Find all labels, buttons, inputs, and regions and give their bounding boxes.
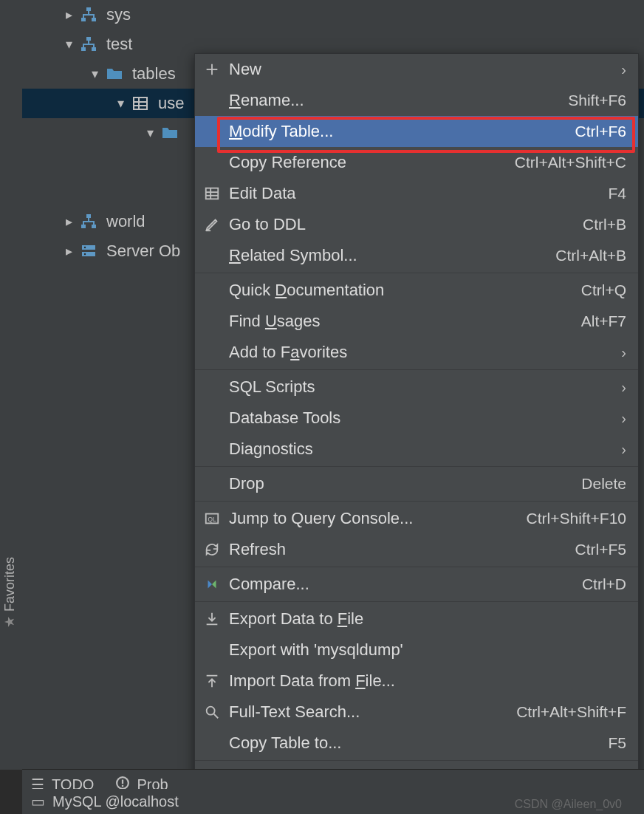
menu-separator: [195, 369, 638, 370]
chevron-icon[interactable]: ▸: [59, 7, 78, 23]
chevron-icon[interactable]: ▾: [140, 125, 160, 141]
svg-rect-4: [81, 47, 86, 51]
pencil-icon: [199, 213, 225, 236]
menu-item-shortcut: Ctrl+B: [583, 216, 626, 233]
menu-item[interactable]: Compare...Ctrl+D: [195, 569, 638, 600]
menu-item[interactable]: DropDelete: [195, 468, 638, 499]
sidebar-tab-favorites[interactable]: ★Favorites: [1, 557, 18, 628]
menu-icon-empty: [199, 120, 225, 143]
chevron-icon[interactable]: ▾: [111, 95, 130, 112]
menu-item[interactable]: Go to DDLCtrl+B: [195, 209, 638, 240]
menu-item-label: Edit Data: [229, 184, 608, 203]
menu-item-label: Related Symbol...: [229, 246, 555, 265]
svg-text:QL: QL: [208, 516, 216, 523]
chevron-right-icon: ›: [621, 441, 626, 458]
menu-item[interactable]: Diagnostics›: [195, 434, 638, 465]
chevron-right-icon: ›: [621, 410, 626, 427]
menu-item-shortcut: F5: [608, 734, 626, 752]
menu-item-shortcut: Ctrl+Q: [581, 281, 626, 299]
menu-item[interactable]: RefreshCtrl+F5: [195, 534, 638, 565]
menu-item-label: Copy Table to...: [229, 733, 608, 753]
menu-item[interactable]: Rename...Shift+F6: [195, 85, 638, 116]
svg-point-36: [207, 707, 215, 715]
menu-item[interactable]: Export with 'mysqldump': [195, 635, 638, 666]
schema-icon: [78, 34, 99, 55]
menu-item-shortcut: Ctrl+Alt+Shift+C: [515, 154, 626, 171]
chevron-right-icon: ›: [621, 61, 626, 78]
menu-item[interactable]: Modify Table...Ctrl+F6: [195, 116, 638, 147]
svg-rect-1: [81, 18, 86, 21]
chevron-icon[interactable]: ▸: [59, 243, 78, 259]
menu-item-shortcut: Ctrl+Shift+F10: [527, 510, 626, 527]
menu-icon-empty: [199, 376, 225, 398]
chevron-icon[interactable]: ▸: [59, 213, 78, 230]
chevron-icon[interactable]: ▾: [85, 66, 104, 82]
menu-item-label: New: [229, 60, 615, 79]
svg-rect-20: [82, 252, 95, 256]
menu-item-shortcut: F4: [608, 185, 626, 202]
menu-item-shortcut: Ctrl+F5: [575, 541, 626, 558]
menu-item-label: Quick Documentation: [229, 281, 581, 300]
menu-item-label: Copy Reference: [229, 153, 515, 172]
menu-item-label: Add to Favorites: [229, 343, 615, 362]
svg-point-21: [84, 247, 86, 248]
menu-item[interactable]: Quick DocumentationCtrl+Q: [195, 275, 638, 306]
table-icon: [199, 182, 225, 205]
context-menu: New›Rename...Shift+F6Modify Table...Ctrl…: [194, 53, 639, 794]
menu-separator: [195, 273, 638, 273]
svg-rect-5: [92, 47, 96, 51]
menu-item-shortcut: Ctrl+F6: [575, 123, 626, 140]
menu-separator: [195, 567, 638, 567]
menu-item-label: Refresh: [229, 540, 575, 559]
menu-item[interactable]: New›: [195, 54, 638, 85]
menu-item-label: Full-Text Search...: [229, 702, 516, 722]
menu-item[interactable]: Edit DataF4: [195, 178, 638, 209]
tree-item-label: world: [106, 212, 145, 231]
svg-rect-2: [92, 18, 96, 21]
menu-item-shortcut: Shift+F6: [568, 92, 626, 109]
menu-item-label: Go to DDL: [229, 215, 583, 234]
menu-icon-empty: [199, 341, 225, 363]
menu-icon-empty: [199, 279, 225, 301]
menu-icon-empty: [199, 407, 225, 429]
menu-item[interactable]: SQL Scripts›: [195, 372, 638, 403]
menu-item-label: SQL Scripts: [229, 377, 615, 397]
tree-item[interactable]: ▸sys: [22, 0, 644, 30]
menu-item[interactable]: Copy ReferenceCtrl+Alt+Shift+C: [195, 147, 638, 178]
menu-item-shortcut: Alt+F7: [581, 312, 626, 330]
chevron-icon[interactable]: ▾: [59, 36, 78, 52]
menu-item[interactable]: Export Data to File: [195, 603, 638, 635]
svg-rect-3: [86, 37, 91, 41]
svg-rect-6: [134, 98, 147, 109]
menu-item[interactable]: Import Data from File...: [195, 666, 638, 697]
refresh-icon: [199, 538, 225, 561]
menu-item-label: Database Tools: [229, 408, 615, 428]
menu-icon-empty: [199, 151, 225, 174]
menu-item-label: Modify Table...: [229, 122, 575, 141]
menu-item-label: Drop: [229, 474, 581, 493]
watermark: CSDN @Aileen_0v0: [515, 798, 622, 811]
menu-item[interactable]: Related Symbol...Ctrl+Alt+B: [195, 240, 638, 271]
folder-icon: [160, 123, 180, 143]
tree-item-label: sys: [106, 5, 131, 24]
menu-item[interactable]: Copy Table to...F5: [195, 728, 638, 759]
menu-item[interactable]: Add to Favorites›: [195, 337, 638, 368]
sidebar-left: ★Favorites: [0, 0, 23, 770]
server-objects-icon: [78, 241, 99, 261]
menu-item[interactable]: QLJump to Query Console...Ctrl+Shift+F10: [195, 503, 638, 534]
folder-icon: [104, 64, 125, 84]
menu-icon-empty: [199, 310, 225, 332]
menu-separator: [195, 760, 638, 761]
menu-item-label: Jump to Query Console...: [229, 509, 527, 528]
menu-separator: [195, 601, 638, 602]
menu-item[interactable]: Find UsagesAlt+F7: [195, 306, 638, 337]
tree-item-label: Server Ob: [106, 242, 180, 261]
menu-item[interactable]: Database Tools›: [195, 403, 638, 434]
menu-item-label: Rename...: [229, 91, 568, 110]
status-text: MySQL @localhost: [52, 793, 179, 810]
svg-rect-16: [86, 214, 91, 218]
svg-rect-17: [81, 225, 86, 228]
menu-item[interactable]: Full-Text Search...Ctrl+Alt+Shift+F: [195, 697, 638, 728]
schema-icon: [78, 211, 99, 232]
menu-item-label: Compare...: [229, 575, 582, 594]
